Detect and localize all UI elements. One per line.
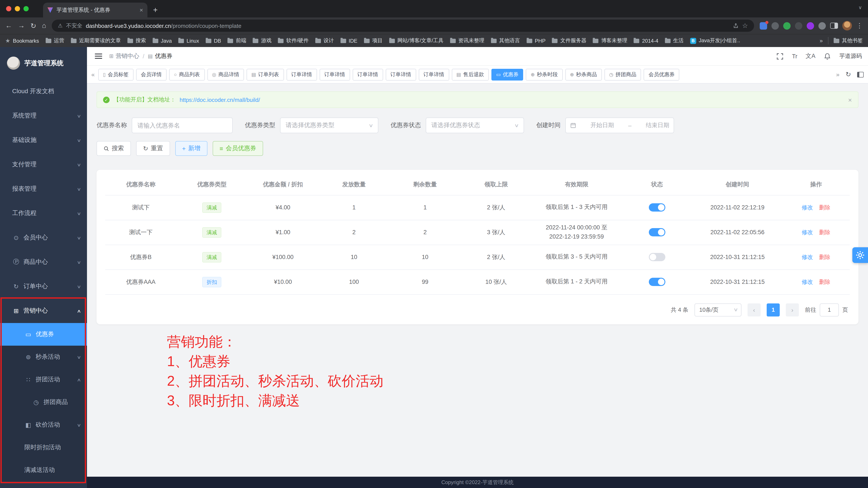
- next-page-button[interactable]: ›: [786, 303, 799, 316]
- delete-link[interactable]: 删除: [819, 254, 830, 260]
- delete-link[interactable]: 删除: [819, 229, 830, 235]
- edit-link[interactable]: 修改: [802, 278, 813, 285]
- bookmark-folder-item[interactable]: 设计: [315, 37, 334, 45]
- bookmarks-overflow-chevron[interactable]: »: [820, 37, 823, 44]
- tab-refund[interactable]: ▤售后退款: [452, 68, 489, 80]
- edit-link[interactable]: 修改: [802, 229, 813, 235]
- page-size-select[interactable]: 10条/页 ∨: [694, 303, 741, 316]
- new-tab-button[interactable]: +: [153, 5, 158, 15]
- extension-icon[interactable]: [760, 22, 767, 29]
- bookmark-folder-item[interactable]: 软件/硬件: [278, 37, 309, 45]
- font-size-icon[interactable]: Tr: [792, 53, 797, 59]
- bookmark-folder-item[interactable]: 前端: [228, 37, 246, 45]
- minimize-window-button[interactable]: [15, 6, 20, 11]
- sidebar-item-full-reduction[interactable]: 满减送活动: [0, 459, 87, 482]
- goto-page-input[interactable]: [820, 303, 839, 316]
- tab-product-detail[interactable]: ◎商品详情: [207, 68, 244, 80]
- alert-close-icon[interactable]: ×: [848, 96, 852, 104]
- tab-member-detail[interactable]: 会员详情: [136, 68, 166, 80]
- sidebar-item-seckill[interactable]: ⊚秒杀活动∨: [0, 346, 87, 368]
- tab-order-list[interactable]: ▤订单列表: [247, 68, 284, 80]
- sidebar-item-workflow[interactable]: 工作流程∨: [0, 201, 87, 226]
- bookmark-folder-item[interactable]: 项目: [364, 37, 383, 45]
- bookmark-folder-item[interactable]: Java: [152, 38, 172, 44]
- current-page-button[interactable]: 1: [767, 303, 780, 316]
- profile-avatar[interactable]: [842, 21, 852, 30]
- tab-search-icon[interactable]: ∨: [859, 5, 862, 10]
- bookmark-folder-item[interactable]: PHP: [527, 38, 546, 44]
- sidebar-item-bargain[interactable]: ◧砍价活动∨: [0, 413, 87, 436]
- bookmark-folder-item[interactable]: DB: [206, 38, 221, 44]
- extension-icon[interactable]: [807, 22, 814, 29]
- member-coupon-button[interactable]: ≡ 会员优惠券: [213, 141, 263, 156]
- bookmark-site-item[interactable]: B Java开发|小组首..: [690, 37, 740, 45]
- tab-order-detail-2[interactable]: 订单详情: [319, 68, 350, 80]
- tab-order-detail-1[interactable]: 订单详情: [286, 68, 317, 80]
- refresh-page-icon[interactable]: ↻: [846, 70, 851, 78]
- browser-tab[interactable]: 芋道管理系统 - 优惠券 ×: [43, 3, 148, 18]
- tab-close-icon[interactable]: ×: [140, 6, 143, 13]
- extension-icon[interactable]: [771, 22, 779, 29]
- home-icon[interactable]: ⌂: [42, 22, 46, 30]
- bookmark-folder-item[interactable]: 运营: [45, 37, 64, 45]
- bookmark-folder-item[interactable]: 2014-4: [634, 38, 658, 44]
- sidebar-item-order-center[interactable]: ↻订单中心∨: [0, 274, 87, 298]
- sidebar-item-groupbuy-product[interactable]: ◷拼团商品: [0, 391, 87, 413]
- bookmark-folder-item[interactable]: 资讯未整理: [450, 37, 485, 45]
- browser-menu-icon[interactable]: ⋮: [856, 22, 863, 30]
- coupon-type-select[interactable]: 请选择优惠券类型 ∨: [280, 118, 378, 133]
- delete-link[interactable]: 删除: [819, 278, 830, 285]
- extension-icon[interactable]: [783, 22, 790, 29]
- collapse-menu-icon[interactable]: [95, 54, 102, 59]
- status-toggle[interactable]: [649, 203, 665, 211]
- bookmark-folder-item[interactable]: 文件服务器: [552, 37, 586, 45]
- reload-icon[interactable]: ↻: [30, 22, 36, 30]
- share-icon[interactable]: [733, 23, 739, 29]
- sidebar-item-payment[interactable]: 支付管理∨: [0, 152, 87, 177]
- bookmark-folder-item[interactable]: 博客未整理: [593, 37, 627, 45]
- bookmark-folder-item[interactable]: 其他语言: [491, 37, 520, 45]
- app-logo[interactable]: 芋道管理系统: [0, 47, 87, 79]
- alert-doc-link[interactable]: https://doc.iocoder.cn/mall/build/: [180, 96, 260, 103]
- search-button[interactable]: 搜索: [97, 141, 131, 156]
- maximize-window-button[interactable]: [24, 6, 29, 11]
- status-toggle[interactable]: [649, 228, 665, 236]
- tab-seckill-product[interactable]: ⊕秒杀商品: [565, 68, 602, 80]
- settings-fab-button[interactable]: [852, 247, 868, 263]
- translate-icon[interactable]: 文A: [806, 52, 815, 60]
- edit-link[interactable]: 修改: [802, 204, 813, 210]
- bookmark-folder-item[interactable]: 搜索: [127, 37, 146, 45]
- tags-scroll-right-icon[interactable]: »: [836, 71, 839, 78]
- edit-link[interactable]: 修改: [802, 254, 813, 260]
- status-toggle[interactable]: [649, 253, 665, 261]
- back-icon[interactable]: ←: [5, 22, 12, 30]
- bookmark-folder-item[interactable]: Linux: [178, 38, 199, 44]
- extension-icon[interactable]: [795, 22, 802, 29]
- delete-link[interactable]: 删除: [819, 204, 830, 210]
- tab-member-tag[interactable]: ▯会员标签: [98, 68, 133, 80]
- prev-page-button[interactable]: ‹: [748, 303, 761, 316]
- sidebar-item-member-center[interactable]: ⊙会员中心∨: [0, 226, 87, 250]
- side-panel-icon[interactable]: [830, 23, 838, 29]
- forward-icon[interactable]: →: [18, 22, 25, 30]
- create-time-range-picker[interactable]: 开始日期 – 结束日期: [565, 118, 674, 133]
- sidebar-item-product-center[interactable]: Ⓟ商品中心∨: [0, 250, 87, 274]
- tab-order-detail-3[interactable]: 订单详情: [352, 68, 383, 80]
- reset-button[interactable]: ↻ 重置: [136, 141, 170, 156]
- other-bookmarks-item[interactable]: 其他书签: [828, 37, 863, 45]
- coupon-status-select[interactable]: 请选择优惠券状态 ∨: [426, 118, 524, 133]
- bookmark-folder-item[interactable]: 网站/博客/文章/工具: [389, 37, 443, 45]
- sidebar-item-coupon[interactable]: ▭优惠券: [0, 323, 87, 346]
- tab-order-detail-5[interactable]: 订单详情: [418, 68, 449, 80]
- address-bar[interactable]: ⚠ 不安全 dashboard-vue3.yudao.iocoder.cn/pr…: [52, 20, 754, 32]
- bookmark-folder-item[interactable]: 生活: [665, 37, 684, 45]
- tab-coupon[interactable]: ▭优惠券: [491, 68, 523, 80]
- status-toggle[interactable]: [649, 278, 665, 286]
- add-coupon-button[interactable]: + 新增: [175, 141, 207, 156]
- username[interactable]: 芋道源码: [839, 52, 862, 60]
- sidebar-item-report[interactable]: 报表管理∨: [0, 177, 87, 201]
- sidebar-item-system[interactable]: 系统管理∨: [0, 104, 87, 128]
- sidebar-item-cloud-docs[interactable]: Cloud 开发文档: [0, 79, 87, 104]
- tab-groupbuy-product[interactable]: ◷拼团商品: [604, 68, 641, 80]
- bell-icon[interactable]: [824, 53, 831, 60]
